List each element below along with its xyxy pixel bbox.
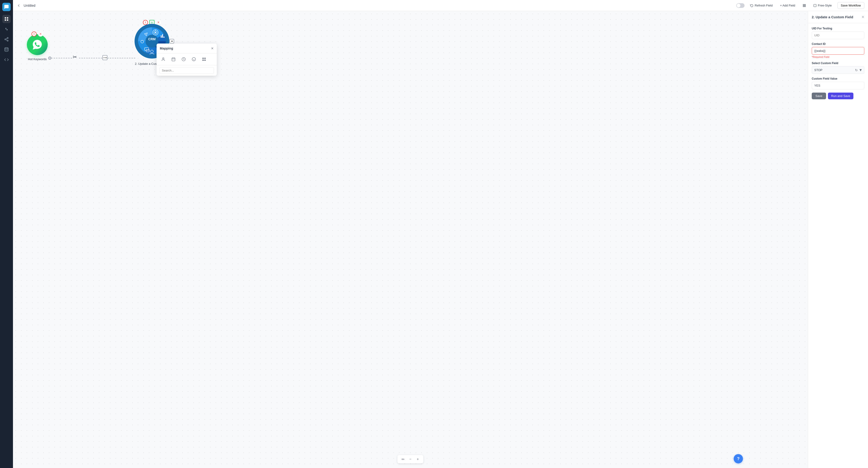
whatsapp-node-badges: i × [31, 31, 43, 37]
connector-line-3 [107, 58, 135, 58]
svg-point-20 [155, 32, 156, 33]
svg-rect-10 [803, 4, 804, 5]
svg-point-35 [192, 58, 196, 61]
select-custom-field-group: Select Custom Field STOP START YES NO ↻ … [812, 62, 864, 74]
run-and-save-button[interactable]: Run and Save [828, 93, 854, 99]
svg-rect-41 [205, 60, 206, 61]
svg-rect-22 [161, 35, 162, 38]
layout-button[interactable] [801, 3, 808, 8]
mapping-icons-row [157, 54, 217, 65]
mapping-person-icon-btn[interactable] [159, 55, 167, 63]
mapping-panel-header: Mapping × [157, 43, 217, 54]
svg-point-6 [7, 40, 8, 41]
svg-rect-1 [7, 18, 8, 19]
add-field-button[interactable]: + Add Field [778, 3, 797, 8]
svg-point-4 [7, 37, 8, 39]
connector-line-2 [79, 58, 102, 58]
mapping-emoji-icon-btn[interactable] [190, 55, 198, 63]
svg-rect-14 [813, 4, 816, 7]
whatsapp-info-badge[interactable]: i [31, 31, 37, 37]
uid-input[interactable] [812, 31, 864, 39]
topbar: Untitled Refresh Field + Add Field Free-… [13, 0, 868, 11]
connector-handle[interactable]: ⟶ [102, 55, 107, 60]
custom-field-value-group: Custom Field Value [812, 77, 864, 89]
actions-row: Save Run and Save [812, 93, 864, 99]
freestyle-button[interactable]: Free-Style [811, 3, 834, 8]
svg-point-5 [5, 39, 6, 40]
refresh-field-button[interactable]: Refresh Field [748, 3, 774, 8]
mapping-clock-icon-btn[interactable] [180, 55, 188, 63]
whatsapp-close-badge[interactable]: × [38, 31, 43, 37]
select-wrap: STOP START YES NO ↻ ▼ [812, 66, 864, 74]
right-panel: 2. Update a Custom Field × UID For Testi… [808, 11, 868, 468]
save-workflow-button[interactable]: Save Workflow [837, 2, 864, 9]
contact-id-input[interactable] [812, 47, 864, 55]
connector-tool-icon[interactable]: ✂ [73, 54, 77, 60]
svg-line-7 [6, 40, 7, 40]
svg-rect-40 [203, 60, 204, 61]
workflow-title: Untitled [24, 3, 734, 7]
svg-rect-3 [7, 20, 8, 21]
mapping-panel-close[interactable]: × [211, 46, 214, 51]
contact-id-field-group: Contact ID *Required Field [812, 42, 864, 58]
svg-rect-23 [162, 34, 163, 38]
svg-point-29 [162, 58, 164, 59]
mapping-panel-title: Mapping [160, 46, 173, 50]
sidebar-item-dashboard[interactable] [2, 15, 11, 23]
svg-rect-12 [803, 6, 804, 7]
svg-line-8 [6, 38, 7, 39]
whatsapp-node[interactable]: i × Hot Keywords [27, 34, 48, 61]
contact-id-label: Contact ID [812, 42, 864, 45]
sidebar-item-analytics[interactable] [2, 25, 11, 33]
mapping-grid-icon-btn[interactable] [200, 55, 208, 63]
help-button[interactable]: ? [734, 454, 743, 463]
connector-start-dot [48, 57, 52, 60]
svg-rect-13 [805, 6, 805, 7]
svg-rect-24 [163, 37, 164, 38]
svg-rect-0 [5, 18, 6, 19]
custom-field-value-label: Custom Field Value [812, 77, 864, 80]
svg-rect-11 [805, 4, 805, 5]
custom-field-value-input[interactable] [812, 82, 864, 89]
svg-point-9 [5, 48, 8, 49]
back-button[interactable] [17, 3, 21, 8]
select-custom-field-label: Select Custom Field [812, 62, 864, 65]
sidebar-item-database[interactable] [2, 45, 11, 54]
toggle-switch[interactable] [736, 3, 745, 8]
right-panel-body: UID For Testing Contact ID *Required Fie… [808, 23, 868, 103]
svg-text:CRM: CRM [148, 37, 156, 41]
contact-id-error: *Required Field [812, 56, 864, 58]
uid-label: UID For Testing [812, 27, 864, 30]
canvas-area[interactable]: i × Hot Keywords ✂ ⟶ [13, 11, 808, 468]
whatsapp-icon [27, 34, 48, 55]
zoom-out-btn[interactable]: − [408, 457, 413, 462]
svg-rect-2 [5, 20, 6, 21]
zoom-in-btn[interactable]: + [415, 457, 421, 462]
crm-handle[interactable]: ✦ [169, 39, 174, 43]
svg-rect-38 [203, 58, 204, 59]
mapping-panel: Mapping × [157, 43, 217, 76]
svg-rect-30 [172, 58, 175, 61]
uid-field-group: UID For Testing [812, 27, 864, 39]
sidebar [0, 0, 13, 468]
sidebar-logo[interactable] [2, 3, 11, 11]
svg-rect-39 [205, 58, 206, 59]
mapping-search-area [157, 65, 217, 76]
zoom-controls: ✏ − + [397, 455, 423, 463]
edit-icon-btn[interactable]: ✏ [400, 457, 406, 462]
right-panel-close-button[interactable]: × [862, 14, 864, 20]
topbar-actions: Refresh Field + Add Field Free-Style Sav… [736, 2, 864, 9]
sidebar-item-code[interactable] [2, 56, 11, 64]
whatsapp-node-label: Hot Keywords [28, 57, 47, 61]
right-panel-header: 2. Update a Custom Field × [808, 11, 868, 23]
mapping-calendar-icon-btn[interactable] [169, 55, 177, 63]
save-button[interactable]: Save [812, 93, 826, 99]
right-panel-title: 2. Update a Custom Field [812, 15, 853, 19]
connector-line-1 [51, 58, 72, 58]
sidebar-item-share[interactable] [2, 35, 11, 43]
mapping-search-input[interactable] [159, 67, 214, 74]
select-refresh-icon[interactable]: ↻ [855, 68, 858, 72]
